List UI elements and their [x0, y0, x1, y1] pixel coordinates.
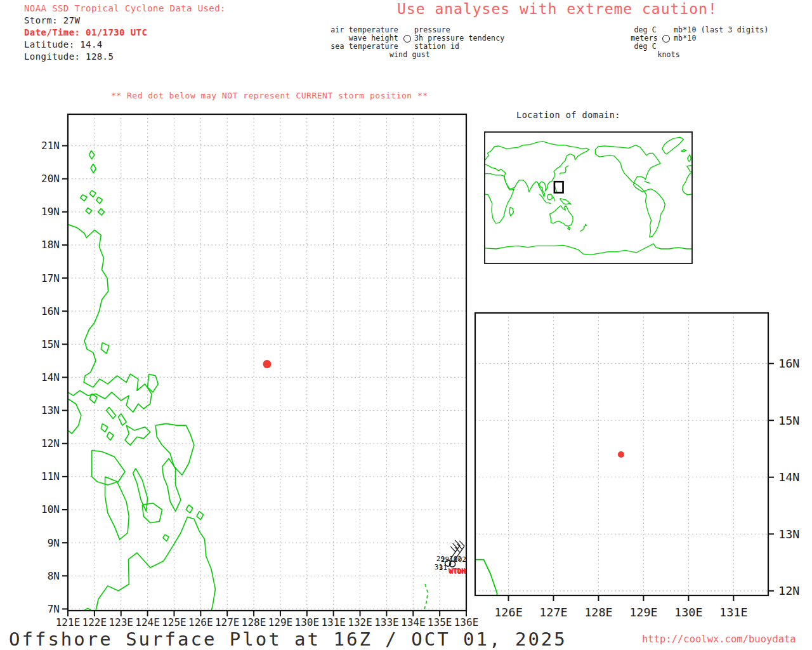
inset-map-border	[485, 132, 692, 263]
coastline	[688, 155, 691, 161]
zoom-lon-label: 131E	[719, 606, 748, 619]
legend-wind-gust: wind gust	[390, 51, 430, 59]
main-lon-label: 121E	[56, 616, 81, 628]
coastline	[369, 540, 383, 559]
legend-unit-knots: knots	[657, 51, 680, 59]
legend-unit-pressure: mb*10 (last 3 digits)	[674, 27, 769, 34]
coastline	[320, 156, 331, 168]
main-lon-label: 124E	[135, 616, 160, 628]
header-datetime: Date/Time: 01/1730 UTC	[24, 28, 147, 37]
station-plot: 2910231WTDH2910231WTDH	[435, 540, 466, 576]
station-sea-temperature: 31	[439, 564, 447, 572]
main-storm-position-dot	[263, 360, 272, 368]
main-lat-label: 14N	[41, 371, 60, 383]
main-lon-label: 134E	[401, 616, 426, 628]
zoom-lon-label: 129E	[629, 606, 658, 619]
legend-air-temperature: air temperature	[331, 27, 398, 34]
header-source-line: NOAA SSD Tropical Cyclone Data Used:	[24, 4, 226, 13]
coastline	[568, 228, 570, 230]
coastline	[92, 450, 125, 485]
coastline	[485, 244, 692, 255]
legend-unit-degc-air: deg C	[634, 27, 657, 34]
main-lon-label: 136E	[454, 616, 479, 628]
coastline	[485, 142, 589, 197]
coastline	[133, 468, 148, 512]
zoom-storm-position-dot	[618, 451, 624, 458]
legend-pressure: pressure	[414, 27, 450, 34]
coastline	[332, 168, 342, 179]
coastline	[68, 399, 81, 434]
main-lat-label: 21N	[41, 140, 60, 152]
main-lon-label: 129E	[268, 616, 293, 628]
coastline	[349, 528, 365, 548]
coastline	[284, 215, 426, 537]
coastline	[339, 418, 353, 437]
coastline	[553, 197, 554, 201]
coastline	[335, 187, 345, 199]
coastline	[96, 197, 103, 204]
main-lat-label: 17N	[41, 272, 60, 284]
main-lat-label: 20N	[41, 173, 60, 185]
coastline	[546, 203, 551, 204]
coastline	[89, 190, 96, 197]
zoom-lat-label: 13N	[778, 527, 799, 541]
main-lat-label: 7N	[48, 603, 60, 615]
coastline	[681, 150, 686, 152]
coastline	[560, 199, 571, 204]
main-lat-label: 15N	[41, 338, 60, 350]
coastline	[91, 164, 96, 173]
page: 21N20N19N18N17N16N15N14N13N12N11N10N9N8N…	[0, 0, 812, 650]
coastline	[197, 512, 203, 520]
header-longitude: Longitude: 128.5	[24, 52, 114, 61]
main-lon-label: 131E	[321, 616, 346, 628]
zoom-lat-label: 15N	[778, 414, 799, 427]
domain-rectangle	[554, 182, 563, 192]
coastline	[89, 150, 95, 159]
coastline	[550, 206, 573, 226]
header-latitude: Latitude: 14.4	[24, 40, 103, 49]
coastline	[320, 506, 333, 522]
source-url: http://coolwx.com/buoydata	[642, 635, 796, 645]
main-lat-label: 9N	[48, 537, 60, 549]
caution-banner: Use analyses with extreme caution!	[397, 2, 717, 17]
coastline	[107, 407, 116, 418]
main-lat-label: 19N	[41, 206, 60, 218]
coastline	[105, 477, 129, 540]
legend-pressure-tendency: 3h pressure tendency	[414, 35, 504, 43]
coastline	[96, 517, 215, 611]
zoom-lon-label: 128E	[584, 606, 613, 619]
coastline	[380, 560, 422, 594]
zoom-lon-label: 126E	[494, 606, 523, 619]
main-lon-label: 125E	[162, 616, 187, 628]
zoom-lat-label: 14N	[778, 470, 799, 484]
coastline	[125, 425, 150, 445]
main-lon-label: 133E	[374, 616, 399, 628]
coastline	[350, 571, 361, 585]
legend-wave-height: wave height	[349, 35, 398, 43]
legend-unit-tendency: mb*10	[674, 35, 697, 43]
station-id: WTDH	[449, 567, 466, 576]
coastline	[107, 432, 114, 441]
main-lon-label: 126E	[188, 616, 213, 628]
main-lon-label: 128E	[242, 616, 266, 628]
zoom-lat-label: 16N	[778, 357, 799, 370]
inset-map-title: Location of domain:	[516, 111, 620, 120]
zoom-lon-label: 127E	[539, 606, 568, 619]
zoom-lon-label: 130E	[674, 606, 703, 619]
legend-unit-meters: meters	[631, 35, 658, 43]
coastline	[539, 194, 546, 202]
main-lon-label: 130E	[295, 616, 320, 628]
coastline	[101, 343, 109, 354]
zoom-lat-label: 12N	[778, 584, 799, 597]
coastline	[687, 166, 692, 171]
inset-map-layer	[485, 137, 692, 255]
header-storm-id: Storm: 27W	[24, 16, 80, 25]
main-lat-label: 11N	[41, 470, 60, 482]
coastline	[304, 164, 316, 175]
coastline	[645, 181, 650, 183]
coastline	[81, 195, 87, 201]
main-lon-label: 132E	[348, 616, 372, 628]
coastline	[547, 194, 552, 200]
coastline	[424, 584, 428, 609]
station-circle-icon	[662, 35, 670, 43]
